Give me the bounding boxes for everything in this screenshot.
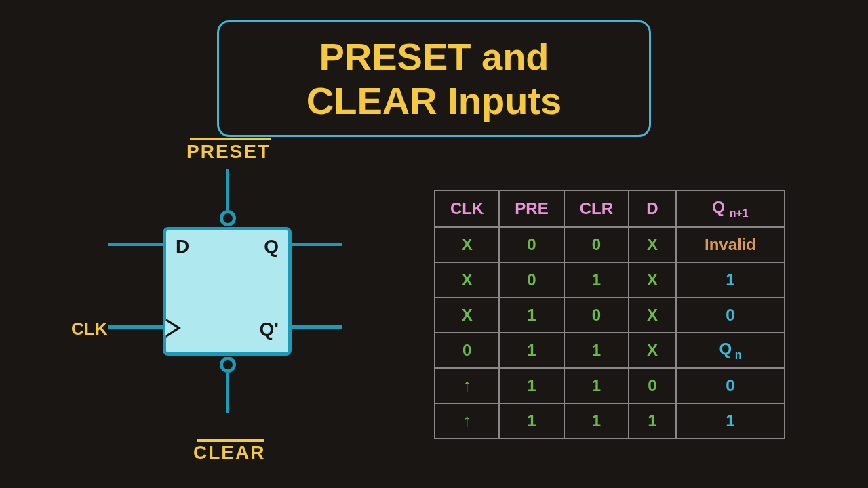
cell-d: X <box>629 298 676 333</box>
d-pin-label: D <box>176 236 189 258</box>
arrow-up-icon: ↑ <box>462 410 471 431</box>
cell-clk: X <box>435 227 499 262</box>
cell-clk: 0 <box>435 333 499 368</box>
cell-q: 1 <box>676 403 785 439</box>
th-clk: CLK <box>435 190 499 227</box>
wire-q <box>292 243 342 246</box>
table-header-row: CLK PRE CLR D Q n+1 <box>435 190 785 227</box>
table-row: ↑1100 <box>435 368 785 403</box>
th-clr: CLR <box>564 190 629 227</box>
cell-clr: 1 <box>564 368 629 403</box>
th-q-main: Q <box>712 198 725 216</box>
preset-overline <box>190 138 271 140</box>
table-row: X10X0 <box>435 298 785 333</box>
cell-clk: ↑ <box>435 403 499 439</box>
page-title: PRESET and CLEAR Inputs <box>260 35 608 123</box>
cell-clr: 1 <box>564 333 629 368</box>
cell-q: 1 <box>676 262 785 298</box>
table-row: ↑1111 <box>435 403 785 439</box>
cell-d: 0 <box>629 368 676 403</box>
qbar-pin-label: Q' <box>260 319 279 340</box>
cell-q: Q n <box>676 333 785 368</box>
clk-label: CLK <box>71 319 107 340</box>
cell-q-sub: n <box>732 349 741 361</box>
cell-clk: ↑ <box>435 368 499 403</box>
cell-d: X <box>629 262 676 298</box>
bubble-preset <box>220 210 236 226</box>
bubble-clear <box>220 357 236 373</box>
table-row: X01X1 <box>435 262 785 298</box>
cell-pre: 1 <box>499 298 564 333</box>
cell-d: 1 <box>629 403 676 439</box>
cell-q: 0 <box>676 368 785 403</box>
table-row: 011XQ n <box>435 333 785 368</box>
wire-clk <box>108 325 163 329</box>
cell-pre: 0 <box>499 227 564 262</box>
cell-pre: 1 <box>499 403 564 439</box>
table-body: X00XInvalidX01X1X10X0011XQ n↑1100↑1111 <box>435 227 785 439</box>
flipflop-diagram: PRESET CLEAR CLK D Q Q' <box>61 129 332 481</box>
cell-clr: 1 <box>564 403 629 439</box>
cell-pre: 1 <box>499 368 564 403</box>
cell-d: X <box>629 227 676 262</box>
wire-clear <box>226 373 229 413</box>
table-row: X00XInvalid <box>435 227 785 262</box>
wire-qbar <box>292 325 342 329</box>
q-pin-label: Q <box>264 236 279 258</box>
cell-q: Invalid <box>676 227 785 262</box>
clear-label: CLEAR <box>193 442 265 464</box>
wire-d <box>108 243 163 246</box>
th-pre: PRE <box>499 190 564 227</box>
arrow-up-icon: ↑ <box>462 375 471 396</box>
preset-label: PRESET <box>186 141 271 163</box>
th-q-sub: n+1 <box>730 207 749 219</box>
cell-pre: 0 <box>499 262 564 298</box>
flipflop-body: D Q Q' <box>163 227 292 356</box>
cell-clk: X <box>435 298 499 333</box>
clock-triangle-inner <box>165 321 177 336</box>
cell-pre: 1 <box>499 333 564 368</box>
wire-preset <box>226 169 229 210</box>
th-d: D <box>629 190 676 227</box>
th-q: Q n+1 <box>676 190 785 227</box>
cell-clr: 0 <box>564 227 629 262</box>
cell-clk: X <box>435 262 499 298</box>
truth-table: CLK PRE CLR D Q n+1 X00XInvalidX01X1X10X… <box>434 190 785 439</box>
cell-q: 0 <box>676 298 785 333</box>
cell-clr: 1 <box>564 262 629 298</box>
cell-d: X <box>629 333 676 368</box>
cell-clr: 0 <box>564 298 629 333</box>
title-box: PRESET and CLEAR Inputs <box>217 20 651 137</box>
